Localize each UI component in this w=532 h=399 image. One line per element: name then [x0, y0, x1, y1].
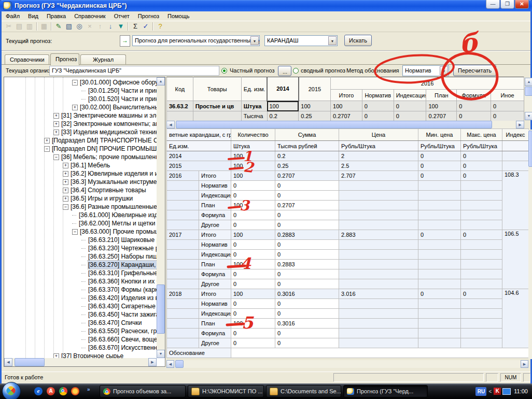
detail-cell[interactable]: 0 — [275, 279, 339, 289]
kaspersky-icon[interactable]: K — [494, 388, 501, 395]
detail-cell[interactable]: 0.2707 — [275, 201, 339, 210]
tree-item[interactable]: +[33] Изделия медицинской техники, — [4, 128, 157, 136]
scroll-right-icon[interactable]: ▶ — [516, 121, 524, 129]
cell[interactable]: 100 — [331, 101, 362, 111]
recalculate-button[interactable]: Пересчитать — [453, 65, 496, 76]
private-forecast-radio[interactable] — [221, 68, 227, 74]
tree-hscrollbar[interactable]: ◀ ▶ — [4, 358, 157, 366]
col-itogo[interactable]: Итого — [331, 90, 362, 101]
chevron-down-icon[interactable]: ▼ — [328, 36, 337, 45]
cell[interactable]: 0 — [394, 111, 426, 121]
detail-cell[interactable]: 0 — [231, 329, 275, 338]
tree-item[interactable]: −[36.6] Разные промышленные из — [4, 203, 157, 211]
tree-item[interactable]: [36.63.450] Части зажига — [4, 310, 157, 319]
scroll-left-icon[interactable]: ◀ — [166, 121, 175, 129]
expand-icon[interactable]: + — [53, 130, 59, 135]
detail-col-header[interactable]: Ед.изм. — [167, 141, 231, 151]
language-indicator[interactable]: RU — [475, 387, 486, 396]
detail-col-header[interactable]: Рубль/Штука — [339, 141, 418, 151]
menu-item[interactable]: Правка — [43, 13, 70, 19]
collapse-icon[interactable]: − — [63, 204, 68, 210]
collapse-icon[interactable]: − — [72, 229, 78, 235]
tree-item[interactable]: +[31] Электрические машины и электр — [4, 111, 157, 120]
sum-icon[interactable]: Σ — [130, 22, 141, 31]
cell[interactable] — [167, 111, 193, 121]
detail-col-header[interactable]: Количество — [231, 129, 275, 141]
tree-item[interactable]: [36.63.310] Грифельные — [4, 269, 157, 277]
red-a-app-icon[interactable]: A — [47, 387, 55, 395]
detail-cell[interactable]: 0.2883 — [275, 260, 339, 269]
tree-item[interactable]: [36.63.370] Формы (карка — [4, 286, 157, 294]
col-plan[interactable]: План — [426, 90, 457, 101]
summary-vscrollbar[interactable]: ▲ ▼ — [525, 78, 532, 120]
expand-icon[interactable]: + — [63, 163, 68, 168]
open-forecast-icon[interactable]: → — [120, 35, 130, 47]
cell[interactable]: 0.2707 — [331, 111, 362, 121]
tree-item[interactable]: [36.63.550] Расчески, гре — [4, 327, 157, 335]
cell[interactable]: 0 — [394, 101, 426, 111]
tray-chevron-icon[interactable]: < — [488, 389, 492, 394]
detail-cell[interactable]: 0 — [231, 338, 275, 348]
scroll-left-icon[interactable]: ◀ — [166, 360, 174, 368]
detail-col-header[interactable]: Штука — [231, 141, 275, 151]
detail-cell[interactable]: 0.3016 — [275, 319, 339, 329]
preview-icon[interactable]: ◎ — [74, 22, 85, 31]
search-button[interactable]: Искать — [344, 35, 372, 46]
expand-icon[interactable]: + — [63, 196, 68, 202]
detail-col-header[interactable]: Тысяча рублей — [275, 141, 339, 151]
forecast-combo[interactable]: Прогноз для региональных государственных… — [132, 35, 260, 46]
detail-vscroll-thumb[interactable] — [528, 131, 532, 167]
detail-cell[interactable]: 0 — [275, 269, 339, 279]
summary-forecast-radio[interactable] — [293, 68, 299, 74]
cell[interactable]: Простые и цв — [193, 101, 241, 111]
current-org-field[interactable]: ГУЗ "Чердаклинская ЦРБ" — [49, 66, 219, 76]
menu-item[interactable]: Справочник — [70, 13, 110, 19]
tree-item[interactable]: −[Подраздел DN] ПРОЧИЕ ПРОМЫШЛЕННЫ — [4, 145, 157, 153]
tree-item[interactable]: [36.63.670] Искусственны — [4, 344, 157, 352]
detail-hscrollbar[interactable]: ◀ ▶ — [166, 360, 528, 368]
detail-cell[interactable]: 0 — [231, 309, 275, 319]
detail-cell[interactable]: 100 — [231, 319, 275, 329]
expand-icon[interactable]: + — [53, 113, 59, 119]
detail-cell[interactable]: 0 — [231, 279, 275, 289]
tree-vscrollbar[interactable]: ▲ ▼ — [157, 77, 165, 358]
taskbar-button-folder-c[interactable]: C:\Documents and Se... — [266, 385, 341, 397]
tree-item[interactable]: [36.63.270] Карандаши, ц — [4, 261, 157, 269]
tab-spravochniki[interactable]: Справочники — [5, 54, 49, 65]
chevron-down-icon[interactable]: ▼ — [250, 36, 259, 45]
taskbar-button-folder-h[interactable]: Н:\ЭКОНОМИСТ ПО ... — [188, 385, 264, 397]
cell[interactable]: 0 — [491, 111, 524, 121]
detail-cell[interactable]: 0 — [231, 191, 275, 201]
expand-icon[interactable]: + — [53, 353, 59, 359]
internet-explorer-icon[interactable]: e — [34, 387, 43, 395]
quick-launch-overflow-chevron[interactable]: » — [87, 387, 90, 392]
tree-item[interactable]: [36.63.660] Свечи, вощен — [4, 335, 157, 344]
cell[interactable]: 0.25 — [299, 111, 331, 121]
cell[interactable]: 36.63.2 — [167, 101, 193, 111]
menu-item[interactable]: Отчет — [110, 13, 134, 19]
detail-cell[interactable]: 0 — [231, 269, 275, 279]
tree-item[interactable]: −[36.63.000] Прочие промышл — [4, 227, 157, 236]
edit-form-icon[interactable]: ▧ — [64, 22, 74, 31]
tree-item[interactable]: [36.63.430] Сигаретные з — [4, 302, 157, 310]
tree-item[interactable]: [36.63.210] Шариковые р — [4, 236, 157, 244]
detail-vscrollbar[interactable] — [528, 130, 532, 359]
detail-cell[interactable]: 100 — [231, 260, 275, 269]
detail-cell[interactable]: 0 — [275, 220, 339, 230]
detail-cell[interactable]: 0 — [275, 210, 339, 220]
tree-item[interactable]: +[36.1] Мебель — [4, 161, 157, 169]
detail-cell[interactable]: 0 — [231, 299, 275, 309]
collapse-icon[interactable]: − — [53, 154, 59, 160]
tab-zhurnal-sobytiy[interactable]: Журнал событий — [80, 54, 126, 65]
close-button[interactable]: ✕ — [515, 0, 529, 9]
spellcheck-icon[interactable]: ✓ — [141, 22, 151, 31]
detail-cell[interactable]: 0 — [231, 220, 275, 230]
ellipsis-button[interactable]: ... — [278, 66, 291, 76]
detail-cell[interactable]: 0 — [275, 309, 339, 319]
help-icon[interactable]: ? — [155, 22, 165, 31]
tree-item[interactable]: [36.62.000] Метлы и щетки — [4, 219, 157, 227]
cell[interactable]: 0 — [457, 101, 491, 111]
tree-item[interactable]: −[36] Мебель; прочие промышленные — [4, 153, 157, 161]
tree-item[interactable]: [36.63.420] Изделия из в — [4, 294, 157, 302]
tree-item[interactable]: +[36.3] Музыкальные инструменты — [4, 178, 157, 186]
